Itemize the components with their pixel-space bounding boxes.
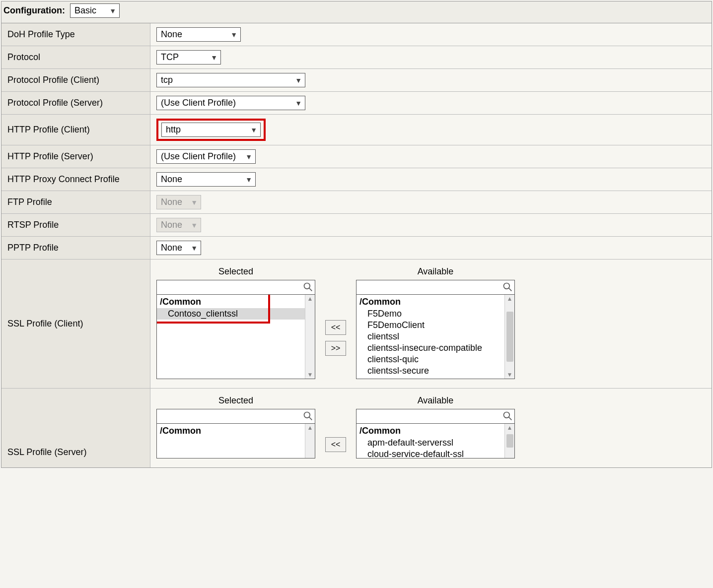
ssl-server-selected-group: /Common — [157, 425, 305, 437]
label-rtsp-profile: RTSP Profile — [1, 214, 150, 236]
row-http-profile-client: HTTP Profile (Client) http ▼ — [1, 115, 712, 145]
ssl-server-available-column: Available /Common apm-default-serverssl … — [356, 395, 515, 458]
list-item[interactable]: clientssl-secure — [356, 365, 504, 377]
chevron-down-icon: ▼ — [245, 153, 252, 161]
label-http-profile-server: HTTP Profile (Server) — [1, 145, 150, 168]
row-http-proxy-connect-profile: HTTP Proxy Connect Profile None ▼ — [1, 168, 712, 191]
row-ssl-profile-client: SSL Profile (Client) Selected /Common — [1, 260, 712, 389]
label-ssl-profile-server: SSL Profile (Server) — [1, 389, 150, 467]
ssl-server-available-listbox[interactable]: /Common apm-default-serverssl cloud-serv… — [356, 424, 515, 458]
scrollbar[interactable]: ▲ ▼ — [305, 424, 315, 458]
ssl-client-available-column: Available /Common F5Demo F5DemoClient — [356, 266, 515, 379]
ssl-client-selected-search[interactable] — [156, 280, 315, 295]
ssl-client-move-buttons: << >> — [325, 266, 346, 379]
label-http-proxy-connect-profile: HTTP Proxy Connect Profile — [1, 168, 150, 191]
chevron-down-icon: ▼ — [191, 244, 198, 252]
ssl-server-selected-listbox[interactable]: /Common ▲ ▼ — [156, 424, 315, 458]
ssl-server-dual-list: Selected /Common ▲ — [156, 392, 706, 463]
ssl-server-available-search-input[interactable] — [356, 410, 514, 423]
select-pptp-profile[interactable]: None ▼ — [156, 241, 201, 255]
chevron-down-icon: ▼ — [295, 76, 302, 84]
row-http-profile-server: HTTP Profile (Server) (Use Client Profil… — [1, 145, 712, 168]
scroll-up-icon: ▲ — [507, 295, 513, 303]
chevron-down-icon: ▼ — [230, 31, 237, 39]
list-item[interactable]: clientssl — [356, 331, 504, 342]
label-protocol-profile-client: Protocol Profile (Client) — [1, 69, 150, 91]
select-doh-profile-type[interactable]: None ▼ — [156, 27, 241, 42]
chevron-down-icon: ▼ — [191, 198, 198, 206]
row-pptp-profile: PPTP Profile None ▼ — [1, 237, 712, 260]
ssl-client-selected-group: /Common — [157, 296, 305, 308]
scroll-up-icon: ▲ — [307, 295, 313, 303]
ssl-server-selected-search-input[interactable] — [157, 410, 315, 423]
select-ftp-profile: None ▼ — [156, 195, 201, 209]
ssl-server-move-buttons: << — [325, 395, 346, 458]
select-http-profile-server[interactable]: (Use Client Profile) ▼ — [156, 149, 256, 164]
label-http-profile-client: HTTP Profile (Client) — [1, 115, 150, 145]
row-protocol-profile-client: Protocol Profile (Client) tcp ▼ — [1, 69, 712, 92]
ssl-client-available-listbox[interactable]: /Common F5Demo F5DemoClient clientssl cl… — [356, 295, 515, 379]
ssl-client-selected-column: Selected /Common Contoso_clientssl — [156, 266, 315, 379]
row-doh-profile-type: DoH Profile Type None ▼ — [1, 23, 712, 46]
select-http-proxy-connect-profile[interactable]: None ▼ — [156, 172, 256, 187]
chevron-down-icon: ▼ — [109, 7, 116, 15]
move-left-button[interactable]: << — [325, 320, 346, 335]
move-right-button[interactable]: >> — [325, 341, 346, 356]
label-protocol: Protocol — [1, 46, 150, 68]
ssl-client-selected-search-input[interactable] — [157, 281, 315, 294]
row-protocol: Protocol TCP ▼ — [1, 46, 712, 69]
scroll-down-icon: ▼ — [307, 371, 313, 379]
select-http-profile-client[interactable]: http ▼ — [161, 123, 261, 137]
ssl-server-available-search[interactable] — [356, 409, 515, 424]
configuration-select-value: Basic — [74, 5, 96, 16]
select-protocol-profile-server[interactable]: (Use Client Profile) ▼ — [156, 96, 305, 110]
ssl-client-available-group: /Common — [356, 296, 504, 308]
label-ftp-profile: FTP Profile — [1, 191, 150, 213]
move-left-button[interactable]: << — [325, 437, 346, 452]
chevron-down-icon: ▼ — [295, 99, 302, 107]
chevron-down-icon: ▼ — [191, 221, 198, 229]
row-ftp-profile: FTP Profile None ▼ — [1, 191, 712, 214]
scroll-down-icon: ▼ — [507, 371, 513, 379]
scroll-thumb[interactable] — [506, 312, 513, 362]
ssl-client-selected-title: Selected — [156, 266, 315, 280]
config-panel: Configuration: Basic ▼ DoH Profile Type … — [1, 1, 712, 468]
list-item[interactable]: clientssl-quic — [356, 354, 504, 365]
row-rtsp-profile: RTSP Profile None ▼ — [1, 214, 712, 237]
ssl-server-selected-column: Selected /Common ▲ — [156, 395, 315, 458]
ssl-client-selected-listbox[interactable]: /Common Contoso_clientssl ▲ ▼ — [156, 295, 315, 379]
scrollbar[interactable]: ▲ ▼ — [504, 424, 514, 458]
scrollbar[interactable]: ▲ ▼ — [504, 295, 514, 379]
ssl-server-selected-title: Selected — [156, 395, 315, 409]
ssl-client-available-search[interactable] — [356, 280, 515, 295]
chevron-down-icon: ▼ — [250, 126, 257, 134]
ssl-server-available-title: Available — [356, 395, 515, 409]
label-protocol-profile-server: Protocol Profile (Server) — [1, 92, 150, 114]
select-rtsp-profile: None ▼ — [156, 218, 201, 232]
row-ssl-profile-server: SSL Profile (Server) Selected /Common — [1, 389, 712, 467]
ssl-server-available-group: /Common — [356, 425, 504, 437]
ssl-client-available-search-input[interactable] — [356, 281, 514, 294]
scrollbar[interactable]: ▲ ▼ — [305, 295, 315, 379]
list-item[interactable]: cloud-service-default-ssl — [356, 449, 504, 458]
list-item[interactable]: F5Demo — [356, 308, 504, 320]
ssl-client-available-title: Available — [356, 266, 515, 280]
label-doh-profile-type: DoH Profile Type — [1, 23, 150, 46]
select-protocol-profile-client[interactable]: tcp ▼ — [156, 73, 305, 87]
label-ssl-profile-client: SSL Profile (Client) — [1, 260, 150, 388]
configuration-select[interactable]: Basic ▼ — [70, 3, 120, 18]
ssl-client-selected-item[interactable]: Contoso_clientssl — [157, 308, 305, 320]
list-item[interactable]: clientssl-insecure-compatible — [356, 342, 504, 354]
row-protocol-profile-server: Protocol Profile (Server) (Use Client Pr… — [1, 92, 712, 115]
label-pptp-profile: PPTP Profile — [1, 237, 150, 259]
chevron-down-icon: ▼ — [245, 176, 252, 184]
configuration-label: Configuration: — [3, 5, 65, 16]
select-protocol[interactable]: TCP ▼ — [156, 50, 221, 65]
scroll-thumb[interactable] — [506, 434, 513, 448]
ssl-client-dual-list: Selected /Common Contoso_clientssl — [156, 263, 706, 384]
chevron-down-icon: ▼ — [211, 54, 217, 62]
ssl-server-selected-search[interactable] — [156, 409, 315, 424]
list-item[interactable]: apm-default-serverssl — [356, 437, 504, 449]
list-item[interactable]: F5DemoClient — [356, 320, 504, 331]
scroll-up-icon: ▲ — [507, 424, 513, 432]
